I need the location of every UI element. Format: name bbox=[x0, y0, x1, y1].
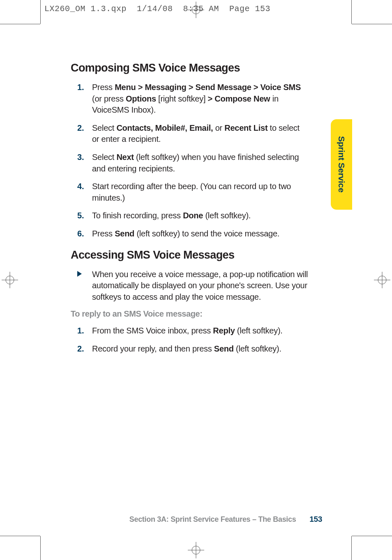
triangle-bullet-icon bbox=[77, 271, 82, 277]
page-footer: Section 3A: Sprint Service Features – Th… bbox=[40, 515, 352, 524]
step-item: Select Next (left softkey) when you have… bbox=[92, 152, 322, 174]
step-item: To finish recording, press Done (left so… bbox=[92, 210, 322, 222]
crop-mark bbox=[352, 24, 392, 24]
step-item: From the SMS Voice inbox, press Reply (l… bbox=[92, 325, 322, 337]
print-slug: LX260_OM 1.3.qxp 1/14/08 8:35 AM Page 15… bbox=[44, 4, 270, 14]
heading-composing: Composing SMS Voice Messages bbox=[71, 62, 322, 74]
crop-mark bbox=[351, 0, 352, 24]
registration-mark-icon bbox=[188, 542, 204, 558]
step-item: Press Send (left softkey) to send the vo… bbox=[92, 228, 322, 240]
crop-mark bbox=[40, 536, 41, 560]
page-body: Sprint Service Composing SMS Voice Messa… bbox=[40, 24, 352, 536]
crop-mark bbox=[352, 536, 392, 536]
footer-text: Section 3A: Sprint Service Features – Th… bbox=[129, 515, 296, 523]
section-tab: Sprint Service bbox=[331, 119, 352, 210]
bullet-text: When you receive a voice message, a pop-… bbox=[92, 270, 308, 301]
heading-accessing: Accessing SMS Voice Messages bbox=[71, 249, 322, 261]
step-item: Record your reply, and then press Send (… bbox=[92, 343, 322, 355]
subheading-reply: To reply to an SMS Voice message: bbox=[71, 309, 322, 319]
step-item: Press Menu > Messaging > Send Message > … bbox=[92, 82, 322, 116]
steps-composing: Press Menu > Messaging > Send Message > … bbox=[71, 82, 322, 240]
page-number: 153 bbox=[309, 515, 322, 524]
crop-mark bbox=[0, 24, 40, 24]
bullets-accessing: When you receive a voice message, a pop-… bbox=[71, 269, 322, 303]
section-tab-label: Sprint Service bbox=[337, 136, 346, 192]
step-item: Start recording after the beep. (You can… bbox=[92, 181, 322, 204]
crop-mark bbox=[0, 536, 40, 536]
step-item: Select Contacts, Mobile#, Email, or Rece… bbox=[92, 123, 322, 145]
crop-mark bbox=[40, 0, 41, 24]
registration-mark-icon bbox=[374, 272, 390, 288]
bullet-item: When you receive a voice message, a pop-… bbox=[92, 269, 322, 303]
steps-reply: From the SMS Voice inbox, press Reply (l… bbox=[71, 325, 322, 354]
crop-mark bbox=[351, 536, 352, 560]
registration-mark-icon bbox=[2, 272, 18, 288]
